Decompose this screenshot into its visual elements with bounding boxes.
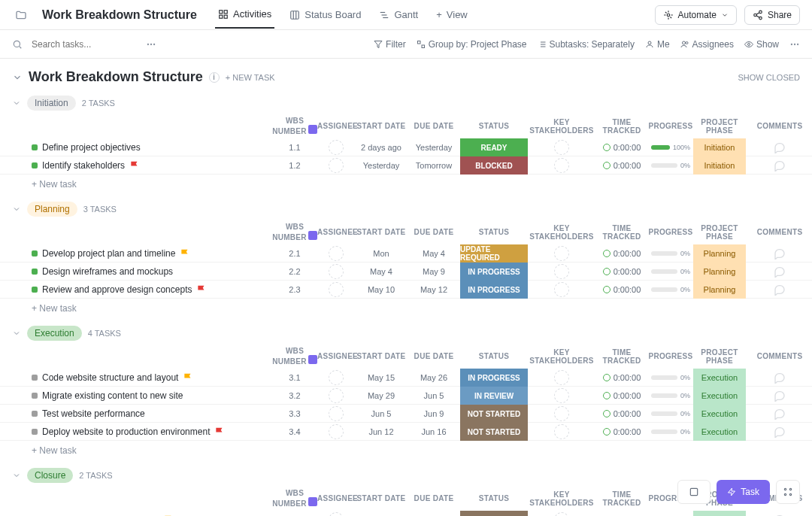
progress-cell[interactable]: 0%: [648, 410, 693, 417]
start-date-cell[interactable]: Jun 12: [355, 427, 408, 436]
col-status[interactable]: STATUS: [460, 122, 528, 130]
due-date-cell[interactable]: Yesterday: [408, 143, 460, 152]
filter-button[interactable]: Filter: [374, 39, 406, 50]
time-tracked-cell[interactable]: 0:00:00: [595, 267, 648, 276]
col-wbs[interactable]: WBS NUMBER: [272, 347, 317, 366]
assignee-avatar[interactable]: [329, 158, 344, 173]
subtasks-button[interactable]: Subtasks: Separately: [538, 39, 635, 50]
stakeholder-avatar[interactable]: [554, 158, 569, 173]
stakeholder-avatar[interactable]: [554, 140, 569, 155]
assignee-avatar[interactable]: [329, 264, 344, 279]
status-cell[interactable]: READY: [460, 138, 528, 156]
comment-icon[interactable]: [774, 141, 786, 153]
task-row[interactable]: Test website performance 3.3 Jun 5 Jun 9…: [0, 405, 812, 423]
col-time[interactable]: TIME TRACKED: [595, 348, 648, 365]
col-status[interactable]: STATUS: [460, 228, 528, 236]
due-date-cell[interactable]: Jun 16: [408, 427, 460, 436]
time-tracked-cell[interactable]: 0:00:00: [595, 285, 648, 294]
comment-icon[interactable]: [774, 390, 786, 402]
stakeholder-avatar[interactable]: [554, 388, 569, 403]
col-start[interactable]: START DATE: [355, 122, 408, 130]
phase-cell[interactable]: Planning: [693, 281, 746, 299]
due-date-cell[interactable]: May 9: [408, 267, 460, 276]
time-tracked-cell[interactable]: 0:00:00: [595, 143, 648, 152]
col-due[interactable]: DUE DATE: [408, 352, 460, 360]
tab-view-add[interactable]: + View: [433, 1, 471, 29]
phase-cell[interactable]: Planning: [693, 263, 746, 281]
phase-cell[interactable]: Planning: [693, 244, 746, 263]
col-stakeholders[interactable]: KEY STAKEHOLDERS: [528, 224, 595, 241]
tab-status-board[interactable]: Status Board: [286, 1, 364, 29]
comment-icon[interactable]: [774, 372, 786, 384]
assignee-avatar[interactable]: [329, 370, 344, 385]
comment-icon[interactable]: [774, 247, 786, 260]
time-tracked-cell[interactable]: 0:00:00: [595, 373, 648, 382]
col-stakeholders[interactable]: KEY STAKEHOLDERS: [528, 348, 595, 365]
start-date-cell[interactable]: 2 days ago: [355, 143, 408, 152]
stakeholder-avatar[interactable]: [554, 424, 569, 439]
assignee-avatar[interactable]: [329, 424, 344, 439]
due-date-cell[interactable]: May 4: [408, 249, 460, 258]
task-row[interactable]: Migrate existing content to new site 3.2…: [0, 387, 812, 405]
status-cell[interactable]: UPDATE REQUIRED: [460, 244, 528, 263]
info-icon[interactable]: i: [209, 72, 220, 83]
status-cell[interactable]: NOT STARTED: [460, 511, 528, 516]
col-phase[interactable]: PROJECT PHASE: [693, 224, 746, 241]
phase-cell[interactable]: Execution: [693, 423, 746, 441]
col-time[interactable]: TIME TRACKED: [595, 490, 648, 507]
assignee-avatar[interactable]: [329, 512, 344, 516]
col-stakeholders[interactable]: KEY STAKEHOLDERS: [528, 118, 595, 135]
status-cell[interactable]: NOT STARTED: [460, 405, 528, 423]
assignee-avatar[interactable]: [329, 140, 344, 155]
add-task-button[interactable]: + New task: [0, 441, 812, 460]
time-tracked-cell[interactable]: 0:00:00: [595, 249, 648, 258]
phase-cell[interactable]: Execution: [693, 387, 746, 405]
comment-icon[interactable]: [774, 284, 786, 296]
col-wbs[interactable]: WBS NUMBER: [272, 117, 317, 135]
assignee-avatar[interactable]: [329, 246, 344, 261]
col-comments[interactable]: COMMENTS: [746, 228, 812, 236]
progress-cell[interactable]: 0%: [648, 250, 693, 257]
collapse-icon[interactable]: [12, 72, 23, 83]
col-assignee[interactable]: ASSIGNEE: [317, 352, 355, 360]
col-start[interactable]: START DATE: [355, 494, 408, 502]
group-collapse-icon[interactable]: [12, 471, 21, 480]
col-time[interactable]: TIME TRACKED: [595, 118, 648, 135]
assignees-button[interactable]: Assignees: [680, 39, 734, 50]
col-phase[interactable]: PROJECT PHASE: [693, 118, 746, 135]
phase-cell[interactable]: Execution: [693, 369, 746, 387]
comment-icon[interactable]: [774, 426, 786, 438]
phase-cell[interactable]: Closure: [693, 511, 746, 516]
stakeholder-avatar[interactable]: [554, 246, 569, 261]
col-due[interactable]: DUE DATE: [408, 228, 460, 236]
task-row[interactable]: Monitor website performance 4.1 Jun 19 J…: [0, 511, 812, 516]
task-row[interactable]: Review and approve design concepts 2.3 M…: [0, 281, 812, 299]
search-input[interactable]: [32, 39, 137, 50]
group-collapse-icon[interactable]: [12, 205, 21, 214]
status-cell[interactable]: IN REVIEW: [460, 387, 528, 405]
comment-icon[interactable]: [774, 159, 786, 171]
progress-cell[interactable]: 0%: [648, 268, 693, 275]
show-closed-button[interactable]: SHOW CLOSED: [738, 73, 800, 82]
more-horizontal-icon[interactable]: [789, 39, 800, 50]
group-label[interactable]: Closure: [27, 468, 73, 483]
time-tracked-cell[interactable]: 0:00:00: [595, 427, 648, 436]
share-button[interactable]: Share: [744, 5, 800, 25]
due-date-cell[interactable]: May 12: [408, 285, 460, 294]
time-tracked-cell[interactable]: 0:00:00: [595, 391, 648, 400]
status-cell[interactable]: NOT STARTED: [460, 423, 528, 441]
folder-icon[interactable]: [12, 6, 30, 24]
group-collapse-icon[interactable]: [12, 99, 21, 108]
col-due[interactable]: DUE DATE: [408, 122, 460, 130]
task-row[interactable]: Identify stakeholders 1.2 Yesterday Tomo…: [0, 156, 812, 175]
comment-icon[interactable]: [774, 408, 786, 420]
col-due[interactable]: DUE DATE: [408, 494, 460, 502]
phase-cell[interactable]: Initiation: [693, 156, 746, 175]
phase-cell[interactable]: Initiation: [693, 138, 746, 156]
col-wbs[interactable]: WBS NUMBER: [272, 489, 317, 508]
stakeholder-avatar[interactable]: [554, 264, 569, 279]
task-row[interactable]: Deploy website to production environment…: [0, 423, 812, 441]
start-date-cell[interactable]: Jun 5: [355, 409, 408, 418]
status-cell[interactable]: IN PROGRESS: [460, 369, 528, 387]
phase-cell[interactable]: Execution: [693, 405, 746, 423]
